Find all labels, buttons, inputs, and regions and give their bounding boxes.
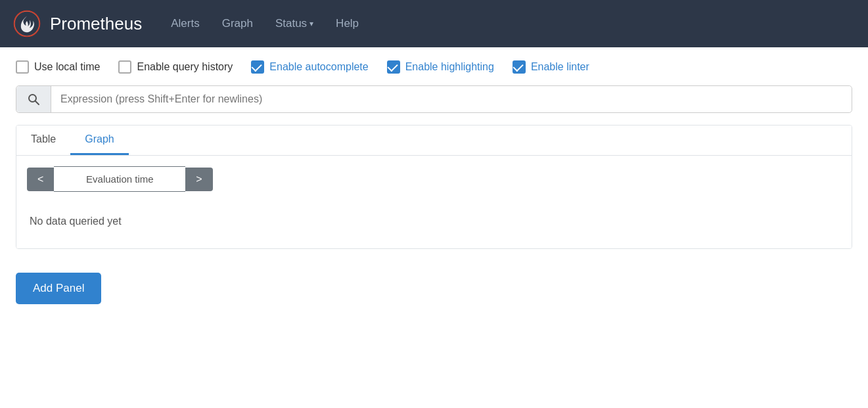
nav-graph[interactable]: Graph	[213, 12, 262, 35]
eval-time-label: Evaluation time	[54, 166, 185, 192]
add-panel-button[interactable]: Add Panel	[16, 273, 101, 304]
tab-content: < Evaluation time > No data queried yet	[16, 156, 852, 248]
tab-table[interactable]: Table	[16, 125, 70, 155]
enable-query-history-label: Enable query history	[137, 61, 233, 73]
expression-input[interactable]	[51, 86, 852, 112]
nav-status[interactable]: Status ▾	[266, 12, 323, 35]
options-bar: Use local time Enable query history Enab…	[16, 60, 852, 74]
prometheus-logo	[13, 10, 41, 37]
enable-highlighting-checkbox[interactable]	[387, 60, 400, 74]
nav-help[interactable]: Help	[327, 12, 368, 35]
enable-linter-label: Enable linter	[531, 61, 589, 73]
enable-query-history-checkbox[interactable]	[118, 60, 131, 74]
enable-highlighting-label: Enable highlighting	[405, 61, 494, 73]
option-enable-highlighting[interactable]: Enable highlighting	[387, 60, 494, 74]
use-local-time-checkbox[interactable]	[16, 60, 29, 74]
tabs-header: Table Graph	[16, 125, 852, 156]
tab-graph[interactable]: Graph	[70, 125, 128, 155]
navbar-title: Prometheus	[50, 14, 142, 34]
use-local-time-label: Use local time	[34, 61, 100, 73]
enable-autocomplete-label: Enable autocomplete	[269, 61, 368, 73]
main-content: Use local time Enable query history Enab…	[0, 47, 868, 408]
eval-time-next-button[interactable]: >	[185, 168, 212, 191]
enable-autocomplete-checkbox[interactable]	[251, 60, 264, 74]
option-enable-autocomplete[interactable]: Enable autocomplete	[251, 60, 368, 74]
nav-alerts[interactable]: Alerts	[162, 12, 208, 35]
enable-linter-checkbox[interactable]	[513, 60, 526, 74]
option-enable-linter[interactable]: Enable linter	[513, 60, 589, 74]
navbar-nav: Alerts Graph Status ▾ Help	[162, 12, 368, 35]
svg-line-3	[35, 101, 39, 105]
navbar: Prometheus Alerts Graph Status ▾ Help	[0, 0, 868, 47]
status-dropdown-chevron: ▾	[309, 19, 313, 28]
navbar-brand: Prometheus	[13, 10, 142, 37]
search-button[interactable]	[16, 86, 51, 112]
search-icon	[27, 93, 40, 106]
option-use-local-time[interactable]: Use local time	[16, 60, 100, 74]
option-enable-query-history[interactable]: Enable query history	[118, 60, 233, 74]
no-data-message: No data queried yet	[27, 205, 841, 238]
query-panel: Table Graph < Evaluation time > No data …	[16, 125, 852, 249]
search-bar	[16, 85, 852, 113]
eval-time-row: < Evaluation time >	[27, 166, 841, 192]
eval-time-prev-button[interactable]: <	[27, 168, 54, 191]
